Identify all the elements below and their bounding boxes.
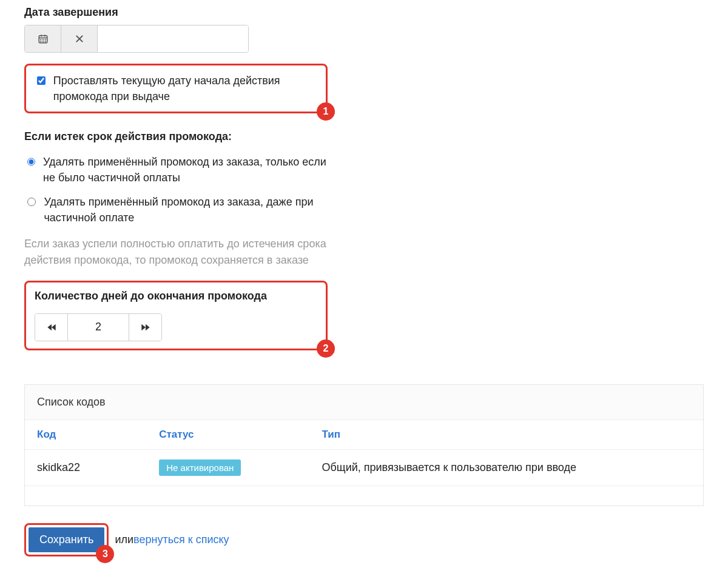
status-badge: Не активирован	[159, 459, 241, 476]
expired-option-2-radio[interactable]	[27, 196, 36, 207]
rewind-icon	[47, 323, 56, 332]
end-date-input[interactable]	[98, 25, 248, 52]
days-until-input[interactable]	[68, 314, 129, 341]
codes-panel: Список кодов Код Статус Тип skidka22 Не …	[24, 384, 704, 506]
end-date-label: Дата завершения	[24, 6, 704, 19]
annotation-badge-2: 2	[317, 339, 335, 358]
return-link[interactable]: вернуться к списку	[133, 533, 229, 546]
clear-date-button[interactable]	[61, 25, 98, 52]
codes-col-type[interactable]: Тип	[310, 420, 703, 450]
highlight-set-current-date: Проставлять текущую дату начала действия…	[24, 64, 328, 113]
set-current-date-checkbox[interactable]	[37, 75, 46, 86]
actions-row: Сохранить 3 или вернуться к списку	[24, 523, 704, 556]
table-row: skidka22 Не активирован Общий, привязыва…	[25, 449, 703, 486]
calendar-button[interactable]	[25, 25, 61, 52]
forward-icon	[141, 323, 150, 332]
codes-panel-title: Список кодов	[25, 385, 703, 420]
highlight-days-until: Количество дней до окончания промокода	[24, 281, 328, 350]
annotation-badge-1: 1	[317, 102, 335, 121]
end-date-input-group	[24, 25, 249, 53]
svg-marker-13	[47, 324, 52, 330]
svg-marker-15	[146, 324, 150, 330]
expired-option-2-label[interactable]: Удалять применённый промокод из заказа, …	[44, 194, 334, 226]
set-current-date-label[interactable]: Проставлять текущую дату начала действия…	[53, 73, 317, 104]
expired-section-title: Если истек срок действия промокода:	[24, 130, 704, 143]
days-until-label: Количество дней до окончания промокода	[35, 290, 317, 302]
svg-marker-14	[141, 324, 146, 330]
decrement-button[interactable]	[35, 314, 68, 341]
close-icon	[75, 34, 84, 44]
svg-marker-12	[52, 324, 56, 330]
annotation-badge-3: 3	[96, 545, 114, 563]
highlight-save: Сохранить 3	[24, 523, 109, 556]
expired-hint: Если заказ успели полностью оплатить до …	[24, 236, 340, 269]
code-cell: skidka22	[25, 449, 147, 486]
or-text: или	[115, 533, 133, 546]
codes-col-status[interactable]: Статус	[147, 420, 309, 450]
codes-col-code[interactable]: Код	[25, 420, 147, 450]
expired-option-1-radio[interactable]	[27, 156, 35, 167]
type-cell: Общий, привязывается к пользователю при …	[310, 449, 703, 486]
expired-option-1-label[interactable]: Удалять применённый промокод из заказа, …	[43, 154, 334, 185]
table-row-empty	[25, 486, 703, 506]
calendar-icon	[38, 33, 49, 44]
save-button[interactable]: Сохранить	[29, 527, 104, 552]
codes-table: Код Статус Тип skidka22 Не активирован О…	[25, 420, 703, 506]
increment-button[interactable]	[129, 314, 161, 341]
days-until-spinner	[35, 313, 162, 341]
